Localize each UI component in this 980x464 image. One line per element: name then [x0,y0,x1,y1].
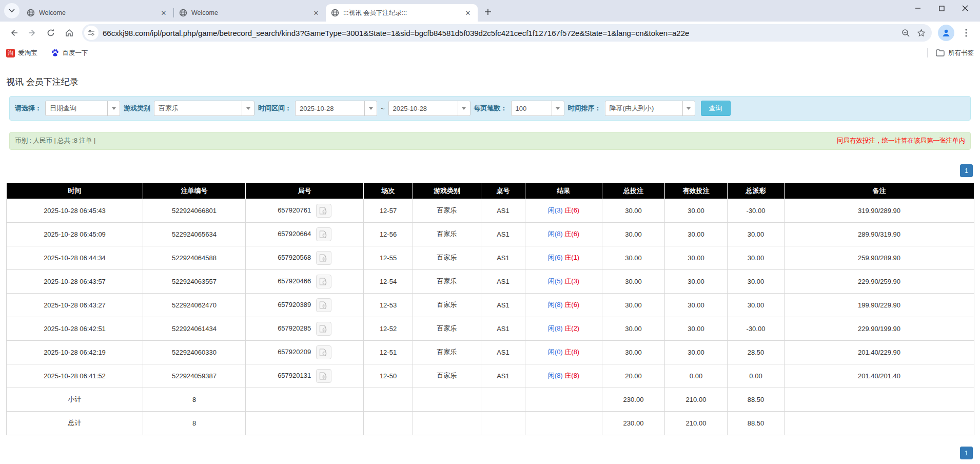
video-replay-button[interactable] [316,369,331,383]
cell-table-no: AS1 [481,293,525,317]
column-header: 桌号 [481,183,525,199]
video-replay-button[interactable] [316,298,331,312]
empty-cell [525,388,602,411]
url-text[interactable]: 66cxkj98.com/ipl/portal.php/game/betreco… [103,29,898,37]
profile-avatar-button[interactable] [938,25,954,41]
cell-total-bet[interactable]: 30.00 [602,199,665,222]
page-number-button[interactable]: 1 [960,164,973,177]
site-info-button[interactable] [84,26,99,40]
cell-payout: -30.00 [728,199,785,222]
date-from-select[interactable]: 2025-10-28 [295,101,377,116]
chevron-down-icon [682,101,695,115]
cell-total-bet[interactable]: 20.00 [602,364,665,388]
cell-note: 201.40/229.90 [785,340,974,364]
column-header: 时间 [7,183,143,199]
bookmarks-right: 所有书签 [927,48,974,57]
video-replay-button[interactable] [316,345,331,359]
browser-tab[interactable]: Welcome ✕ [174,4,326,22]
per-page-select[interactable]: 100 [511,101,564,116]
chevron-down-icon [242,101,254,115]
cell-total-bet[interactable]: 30.00 [602,269,665,293]
tab-search-button[interactable] [4,3,19,18]
cell-total-bet[interactable]: 30.00 [602,222,665,246]
empty-cell [364,388,413,411]
cell-total-bet[interactable]: 30.00 [602,317,665,340]
cell-result: 闲(8) 庄(6) [525,222,602,246]
tab-close-button[interactable]: ✕ [159,8,168,17]
cell-result: 闲(8) 庄(8) [525,364,602,388]
cell-bet-id: 522924062470 [143,293,246,317]
date-to-select[interactable]: 2025-10-28 [388,101,471,116]
browser-menu-button[interactable] [957,24,975,42]
result-player-text: 闲(8) [548,230,563,238]
globe-favicon-icon [331,9,339,17]
zoom-level-button[interactable] [898,25,913,41]
column-header: 局号 [246,183,364,199]
maximize-button[interactable] [930,0,953,16]
round-id-text: 657920209 [278,347,311,355]
table-row: 2025-10-28 06:42:19 522924060330 6579202… [7,340,974,364]
minimize-button[interactable] [906,0,930,16]
video-replay-button[interactable] [316,227,331,241]
valid-bet-note-text: 同局有效投注，统一计算在该局第一张注单内 [837,137,965,145]
cell-time: 2025-10-28 06:42:19 [7,340,143,364]
kebab-menu-icon [965,29,967,37]
back-arrow-icon [9,28,18,37]
empty-cell [413,388,481,411]
cell-table-no: AS1 [481,317,525,340]
cell-session: 12-51 [364,340,413,364]
bookmark-taobao[interactable]: 淘 爱淘宝 [6,49,37,57]
cell-total-bet[interactable]: 30.00 [602,246,665,269]
new-tab-button[interactable] [481,5,495,19]
cell-total-bet[interactable]: 30.00 [602,293,665,317]
cell-session: 12-57 [364,199,413,222]
game-type-select[interactable]: 百家乐 [154,101,254,116]
cell-game-type: 百家乐 [413,246,481,269]
minimize-icon [915,5,921,11]
tab-close-button[interactable]: ✕ [463,8,473,17]
address-bar[interactable]: 66cxkj98.com/ipl/portal.php/game/betreco… [82,24,932,42]
cell-table-no: AS1 [481,246,525,269]
back-button[interactable] [5,24,23,42]
browser-tab[interactable]: :::视讯 会员下注纪录::: ✕ [326,4,478,22]
cell-round-id: 657920664 [246,222,364,246]
video-replay-button[interactable] [316,204,331,218]
tab-close-button[interactable]: ✕ [311,8,321,17]
result-player-text: 闲(6) [548,254,563,261]
column-header: 游戏类别 [413,183,481,199]
reload-button[interactable] [42,24,60,42]
search-button[interactable]: 查询 [701,101,731,116]
query-type-select[interactable]: 日期查询 [45,101,120,116]
video-replay-button[interactable] [316,275,331,288]
cell-valid-bet: 0.00 [665,364,728,388]
cell-session: 12-55 [364,246,413,269]
cell-round-id: 657920761 [246,199,364,222]
date-range-tilde: ~ [381,105,385,112]
person-icon [942,28,951,37]
sort-select[interactable]: 降幂(由大到小) [605,101,695,116]
video-replay-button[interactable] [316,251,331,265]
close-window-button[interactable] [953,0,977,16]
bookmark-baidu[interactable]: 百度一下 [51,49,88,57]
bookmark-star-button[interactable] [913,25,929,41]
forward-button[interactable] [24,24,41,42]
cell-bet-id: 522924064588 [143,246,246,269]
cell-bet-id: 522924060330 [143,340,246,364]
page-number-button[interactable]: 1 [960,447,973,459]
cell-total-bet[interactable]: 30.00 [602,340,665,364]
result-player-text: 闲(8) [548,301,563,308]
close-icon [962,5,968,11]
all-bookmarks-button[interactable]: 所有书签 [936,49,974,57]
cell-game-type: 百家乐 [413,199,481,222]
empty-cell [413,411,481,435]
video-replay-button[interactable] [316,322,331,336]
cell-payout: 0.00 [728,364,785,388]
browser-tab[interactable]: Welcome ✕ [22,4,173,22]
cell-bet-id: 522924065634 [143,222,246,246]
home-button[interactable] [61,24,78,42]
cell-payout: -30.00 [728,317,785,340]
table-row: 2025-10-28 06:45:43 522924066801 6579207… [7,199,974,222]
cell-time: 2025-10-28 06:43:57 [7,269,143,293]
video-replay-icon [319,325,328,333]
video-replay-icon [319,254,328,262]
